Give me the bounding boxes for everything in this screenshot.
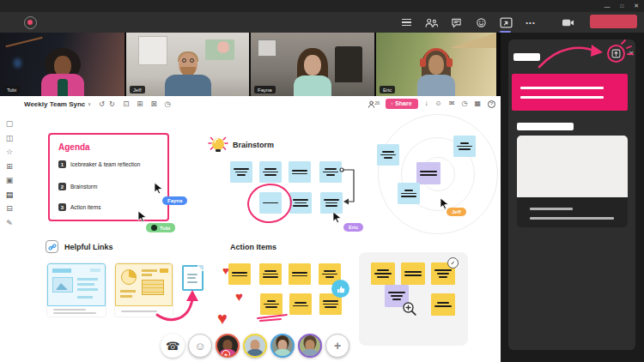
chevron-down-icon[interactable]: ∨ [88,101,91,106]
whiteboard-app: ▢ ◫ ☆ ⊞ ▣ ▤ ⊟ ✎ Weekly Team Sync ∨ ↺ ↻ ⊡… [0,96,501,362]
sticky-note[interactable] [230,161,252,183]
connector-line[interactable] [335,161,361,209]
agenda-item: 1 Icebreaker & team reflection [58,160,140,168]
maximize-icon[interactable]: □ [621,3,624,9]
avatar-eric[interactable] [298,334,322,358]
thumbs-up-reaction[interactable] [331,280,349,298]
redo-icon[interactable]: ↻ [109,100,115,108]
select-tool-icon[interactable]: ▢ [6,120,14,128]
phone-icon: ☎ [166,340,179,353]
sticky-note[interactable] [289,192,312,214]
agenda-item: 3 Action items [58,203,100,211]
comment-icon[interactable]: ✉ [449,100,455,107]
link-preview-card[interactable] [47,263,106,317]
avatar-fayna[interactable] [270,334,295,358]
sticky-note[interactable] [401,262,425,285]
heart-reaction[interactable]: ♥ [222,265,229,276]
heart-reaction[interactable]: ♥ [235,290,243,303]
sticky-note[interactable] [416,162,440,184]
recording-indicator-icon [24,16,37,29]
participant-name-badge: Eric [380,86,395,94]
pen-arrow-annotation [152,287,202,323]
share-button[interactable]: ↑ Share [386,99,417,110]
heart-reaction[interactable]: ♥ [217,310,228,327]
cta-block-placeholder[interactable] [512,74,628,111]
emoji-reaction-button[interactable]: ☺ [188,334,212,358]
sticky-note[interactable] [377,144,399,166]
zoom-in-icon[interactable] [402,301,417,317]
timer-icon[interactable]: ◷ [461,100,467,107]
sticky-note[interactable] [259,263,282,285]
participant-name-badge: Jeff [130,86,145,94]
help-icon[interactable]: ? [488,100,495,108]
participant-name-badge: Fayna [254,86,276,94]
rollcall-icon[interactable] [398,15,414,29]
timer-icon[interactable]: ◷ [165,100,171,108]
video-tile-jeff[interactable]: Jeff [126,33,249,96]
export-icon[interactable]: ⊠ [150,100,156,108]
pen-tool-icon[interactable]: ✎ [6,220,13,227]
pen-scribble [259,318,282,322]
avatar-jeff[interactable] [243,334,267,358]
reactions-icon[interactable]: ☺ [435,100,442,107]
cursor-label: Tobi [146,223,175,232]
brainstorm-title: Brainstorm [233,141,274,149]
link-icon [46,240,58,253]
section-label-placeholder [517,123,574,130]
participants-count[interactable]: 26 [368,100,380,108]
sticky-note[interactable] [289,293,312,315]
participant-fayna [283,48,343,96]
image-tool-icon[interactable]: ▣ [6,177,14,184]
chart-tool-icon[interactable]: ▤ [6,191,14,199]
sticky-note[interactable] [371,262,395,285]
video-tile-fayna[interactable]: Fayna [251,33,374,96]
frame-icon[interactable]: ⊡ [123,100,129,108]
meeting-side-panel: ✕ [501,33,644,362]
call-audio-button[interactable]: ☎ [161,334,185,358]
window-titlebar: — □ ✕ [0,0,644,12]
camera-icon[interactable] [560,15,575,29]
video-tile-tobi[interactable]: Tobi [0,33,125,96]
sticky-note[interactable] [453,136,476,157]
cursor-fayna [154,182,164,195]
apps-icon[interactable]: ⊞ [137,100,143,108]
table-tool-icon[interactable]: ⊞ [6,163,13,171]
sticky-note[interactable] [228,263,251,285]
whiteboard-tool-rail: ▢ ◫ ☆ ⊞ ▣ ▤ ⊟ ✎ [0,96,19,362]
whiteboard-icon[interactable] [498,15,513,29]
add-participant-button[interactable]: + [325,334,349,358]
leave-meeting-button[interactable] [590,15,637,28]
participant-jeff [158,48,218,96]
preview-card[interactable] [517,136,628,227]
sticky-note[interactable] [431,293,455,316]
popout-button[interactable] [611,48,622,59]
chat-icon[interactable] [448,15,464,29]
undo-icon[interactable]: ↺ [99,100,105,108]
download-icon[interactable]: ↓ [425,100,428,107]
reactions-icon[interactable] [473,15,489,29]
close-icon[interactable]: ✕ [634,3,639,9]
more-icon[interactable]: ••• [523,15,538,29]
avatar-tobi[interactable]: ★ [216,334,240,358]
plus-icon: + [334,339,341,353]
sticky-note[interactable] [289,263,311,285]
export-tool-icon[interactable]: ⊟ [6,205,13,213]
frames-icon[interactable]: ▦ [474,100,481,107]
sticky-note[interactable] [289,161,311,183]
side-panel-card: ✕ [508,39,635,350]
sticky-note[interactable] [259,161,282,183]
agenda-item: 2 Brainstorm [58,183,97,190]
board-title[interactable]: Weekly Team Sync [24,100,85,108]
lightbulb-icon [207,134,229,158]
cursor-label: Fayna [162,196,187,205]
video-tile-eric[interactable]: Eric [376,33,496,96]
cursor-tobi [137,210,148,223]
sticky-note[interactable] [398,183,420,204]
templates-tool-icon[interactable]: ◫ [6,135,14,142]
close-panel-icon[interactable]: ✕ [626,48,636,58]
whiteboard-canvas[interactable]: Agenda 1 Icebreaker & team reflection 2 … [19,112,501,362]
people-icon[interactable] [423,15,439,29]
minimize-icon[interactable]: — [605,3,611,9]
shapes-tool-icon[interactable]: ☆ [6,148,13,156]
sticky-note[interactable] [260,293,283,315]
